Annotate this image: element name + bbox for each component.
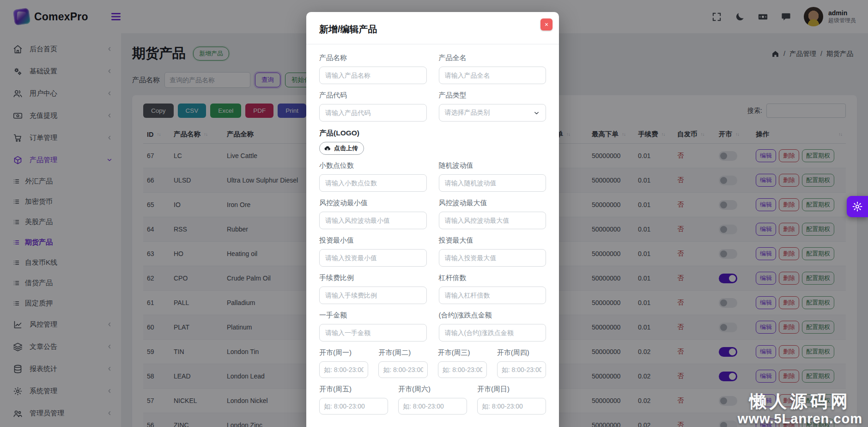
field-label: (合约)涨跌点金额 — [439, 311, 546, 320]
field-label: 投资最小值 — [319, 236, 427, 245]
invest-min-input[interactable] — [319, 249, 427, 267]
risk-volatility-min-input[interactable] — [319, 212, 427, 229]
field-open-friday: 开市(周五) — [319, 385, 388, 415]
field-label: 一手金额 — [319, 311, 427, 320]
field-label: 产品全名 — [439, 54, 546, 62]
product-logo-field: 产品(LOGO) 点击上传 — [319, 128, 546, 155]
cloud-upload-icon — [324, 145, 331, 152]
product-code-input[interactable] — [319, 104, 427, 122]
field-label: 开市(周四) — [497, 348, 546, 357]
watermark-line2: www.5Lanren.com — [738, 411, 862, 426]
field-random-volatility: 随机波动值 — [439, 161, 546, 192]
lot-amount-input[interactable] — [319, 324, 427, 342]
field-label: 产品代码 — [319, 91, 427, 100]
open-friday-input[interactable] — [319, 398, 388, 415]
open-tuesday-input[interactable] — [378, 361, 427, 378]
field-invest-min: 投资最小值 — [319, 236, 427, 267]
field-open-tuesday: 开市(周二) — [378, 348, 427, 378]
upload-button[interactable]: 点击上传 — [319, 142, 364, 155]
field-label: 开市(周五) — [319, 385, 388, 394]
field-risk-volatility-min: 风控波动最小值 — [319, 199, 427, 229]
modal-fields-top: 产品名称产品全名产品代码产品类型请选择产品类别 — [319, 54, 546, 128]
product-full-name-input[interactable] — [439, 67, 546, 84]
invest-max-input[interactable] — [439, 249, 546, 267]
contract-point-amount-input[interactable] — [439, 324, 546, 342]
modal-title: 新增/编辑产品 — [319, 23, 546, 36]
chevron-down-icon — [533, 110, 540, 116]
field-contract-point-amount: (合约)涨跌点金额 — [439, 311, 546, 342]
field-fee-ratio: 手续费比例 — [319, 274, 427, 304]
field-product-type: 产品类型请选择产品类别 — [439, 91, 546, 122]
product-type-select[interactable]: 请选择产品类别 — [439, 104, 546, 122]
product-logo-label: 产品(LOGO) — [319, 128, 546, 138]
risk-volatility-max-input[interactable] — [439, 212, 546, 229]
field-lot-amount: 一手金额 — [319, 311, 427, 342]
field-product-full-name: 产品全名 — [439, 54, 546, 84]
field-open-wednesday: 开市(周三) — [438, 348, 487, 378]
field-open-thursday: 开市(周四) — [497, 348, 546, 378]
settings-fab[interactable] — [847, 196, 868, 217]
modal-fields-main: 小数点位数随机波动值风控波动最小值风控波动最大值投资最小值投资最大值手续费比例杠… — [319, 161, 546, 348]
decimal-places-input[interactable] — [319, 174, 427, 192]
field-label: 产品类型 — [439, 91, 546, 100]
open-sunday-input[interactable] — [477, 398, 546, 415]
modal-open-days-row1: 开市(周一)开市(周二)开市(周三)开市(周四) — [319, 348, 546, 385]
field-label: 投资最大值 — [439, 236, 546, 245]
open-wednesday-input[interactable] — [438, 361, 487, 378]
field-open-monday: 开市(周一) — [319, 348, 368, 378]
fee-ratio-input[interactable] — [319, 287, 427, 304]
product-name-input[interactable] — [319, 67, 427, 84]
watermark: 懒人源码网 www.5Lanren.com — [738, 392, 862, 426]
modal-open-days-row2: 开市(周五)开市(周六)开市(周日) — [319, 385, 546, 421]
field-label: 开市(周一) — [319, 348, 368, 357]
field-label: 开市(周二) — [378, 348, 427, 357]
edit-product-modal: 新增/编辑产品 × 产品名称产品全名产品代码产品类型请选择产品类别 产品(LOG… — [306, 12, 559, 427]
field-product-code: 产品代码 — [319, 91, 427, 122]
field-invest-max: 投资最大值 — [439, 236, 546, 267]
field-product-name: 产品名称 — [319, 54, 427, 84]
field-label: 手续费比例 — [319, 274, 427, 282]
modal-header: 新增/编辑产品 × — [306, 12, 559, 44]
field-label: 开市(周三) — [438, 348, 487, 357]
leverage-input[interactable] — [439, 287, 546, 304]
open-saturday-input[interactable] — [398, 398, 467, 415]
field-open-saturday: 开市(周六) — [398, 385, 467, 415]
field-label: 产品名称 — [319, 54, 427, 62]
field-label: 开市(周六) — [398, 385, 467, 394]
open-thursday-input[interactable] — [497, 361, 546, 378]
field-leverage: 杠杆倍数 — [439, 274, 546, 304]
field-label: 风控波动最小值 — [319, 199, 427, 207]
random-volatility-input[interactable] — [439, 174, 546, 192]
open-monday-input[interactable] — [319, 361, 368, 378]
close-icon[interactable]: × — [540, 18, 552, 30]
watermark-line1: 懒人源码网 — [738, 392, 862, 411]
field-label: 小数点位数 — [319, 161, 427, 170]
field-label: 风控波动最大值 — [439, 199, 546, 207]
modal-body: 产品名称产品全名产品代码产品类型请选择产品类别 产品(LOGO) 点击上传 小数… — [306, 44, 559, 421]
field-label: 开市(周日) — [477, 385, 546, 394]
field-label: 随机波动值 — [439, 161, 546, 170]
field-label: 杠杆倍数 — [439, 274, 546, 282]
field-risk-volatility-max: 风控波动最大值 — [439, 199, 546, 229]
field-open-sunday: 开市(周日) — [477, 385, 546, 415]
field-decimal-places: 小数点位数 — [319, 161, 427, 192]
